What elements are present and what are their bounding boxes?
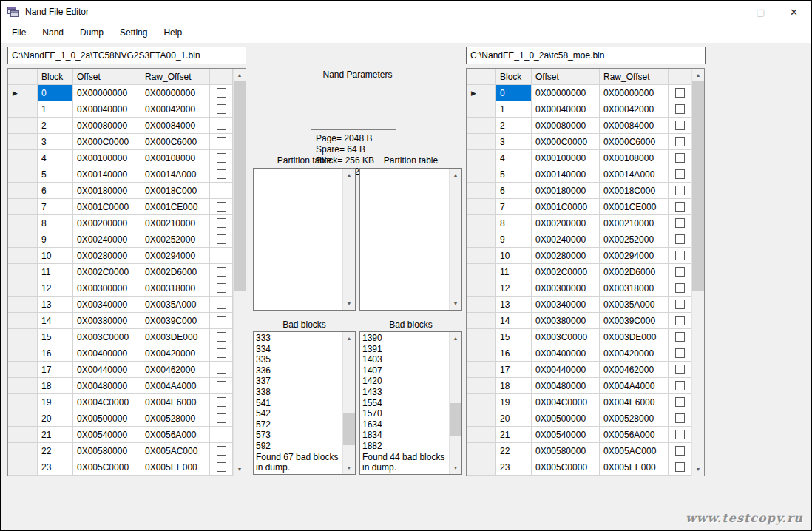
row-header[interactable]	[467, 248, 496, 264]
list-item[interactable]: 334	[254, 344, 342, 355]
cell-offset[interactable]: 0X00240000	[73, 231, 141, 248]
cell-offset[interactable]: 0X00080000	[532, 118, 600, 134]
table-row[interactable]: 40X001000000X00108000	[467, 150, 691, 166]
table-row[interactable]: 190X004C00000X004E6000	[8, 394, 233, 410]
row-checkbox[interactable]	[217, 283, 226, 293]
row-header[interactable]	[467, 166, 496, 183]
row-checkbox[interactable]	[675, 186, 685, 195]
cell-offset[interactable]: 0X00500000	[532, 410, 600, 427]
table-row[interactable]: 50X001400000X0014A000	[467, 166, 691, 183]
cell-block[interactable]: 6	[38, 183, 73, 199]
scroll-up-icon[interactable]: ▲	[234, 69, 246, 81]
table-row[interactable]: 180X004800000X004A4000	[467, 378, 691, 394]
scroll-up-icon[interactable]: ▲	[692, 69, 704, 81]
row-checkbox[interactable]	[217, 137, 226, 146]
table-row[interactable]: 180X004800000X004A4000	[8, 378, 233, 394]
row-header[interactable]	[8, 280, 38, 297]
cell-raw-offset[interactable]: 0X00042000	[600, 101, 669, 118]
row-header[interactable]	[8, 264, 38, 280]
cell-raw-offset[interactable]: 0X000C6000	[600, 134, 669, 150]
scrollbar-track[interactable]	[343, 181, 355, 297]
row-header[interactable]	[467, 280, 496, 297]
partition-table-left-listbox[interactable]: ▲ ▼	[253, 168, 356, 311]
listbox-scrollbar[interactable]: ▲ ▼	[449, 169, 461, 310]
row-header[interactable]	[467, 427, 496, 443]
cell-offset[interactable]: 0X00340000	[73, 297, 141, 313]
list-item[interactable]: 336	[254, 365, 342, 376]
cell-block[interactable]: 15	[38, 329, 73, 345]
list-item[interactable]: 1433	[360, 387, 449, 398]
table-row[interactable]: 70X001C00000X001CE000	[8, 199, 233, 215]
column-header-offset[interactable]: Offset	[73, 69, 141, 85]
scrollbar-thumb[interactable]	[450, 403, 461, 436]
cell-block[interactable]: 23	[38, 459, 73, 476]
column-header-offset[interactable]: Offset	[532, 69, 600, 85]
cell-offset[interactable]: 0X001C0000	[532, 199, 600, 215]
cell-raw-offset[interactable]: 0X00294000	[141, 248, 210, 264]
cell-block[interactable]: 8	[496, 215, 532, 231]
cell-raw-offset[interactable]: 0X0018C000	[600, 183, 669, 199]
list-item[interactable]: 592	[254, 441, 342, 452]
row-checkbox[interactable]	[217, 316, 226, 325]
cell-offset[interactable]: 0X00140000	[73, 166, 141, 183]
cell-raw-offset[interactable]: 0X00252000	[141, 231, 210, 248]
row-checkbox[interactable]	[217, 169, 226, 179]
cell-raw-offset[interactable]: 0X005AC000	[600, 443, 669, 459]
cell-raw-offset[interactable]: 0X00042000	[141, 101, 210, 118]
row-header[interactable]	[8, 443, 38, 459]
cell-raw-offset[interactable]: 0X00420000	[600, 345, 669, 362]
row-checkbox[interactable]	[217, 202, 226, 212]
cell-raw-offset[interactable]: 0X003DE000	[141, 329, 210, 345]
row-header[interactable]: ▶	[8, 85, 38, 101]
cell-block[interactable]: 1	[38, 101, 73, 118]
list-item[interactable]: 1403	[360, 354, 449, 365]
cell-offset[interactable]: 0X00080000	[73, 118, 141, 134]
cell-block[interactable]: 14	[38, 313, 73, 329]
list-item[interactable]: 572	[254, 419, 342, 430]
row-header[interactable]	[8, 248, 38, 264]
table-row[interactable]: 210X005400000X0056A000	[467, 427, 691, 443]
row-header[interactable]	[467, 313, 496, 329]
row-checkbox[interactable]	[675, 137, 685, 146]
list-item[interactable]: 335	[254, 354, 342, 365]
row-header[interactable]	[8, 297, 38, 313]
table-row[interactable]: 210X005400000X0056A000	[8, 427, 233, 443]
row-header[interactable]	[467, 231, 496, 248]
row-checkbox[interactable]	[675, 381, 685, 390]
menu-file[interactable]: File	[4, 23, 34, 42]
column-header-raw-offset[interactable]: Raw_Offset	[141, 69, 210, 85]
cell-block[interactable]: 4	[38, 150, 73, 166]
cell-offset[interactable]: 0X00240000	[532, 231, 600, 248]
row-header[interactable]	[8, 313, 38, 329]
cell-offset[interactable]: 0X00380000	[73, 313, 141, 329]
table-row[interactable]: 190X004C00000X004E6000	[467, 394, 691, 410]
table-row[interactable]: 80X002000000X00210000	[8, 215, 233, 231]
cell-raw-offset[interactable]: 0X00318000	[141, 280, 210, 297]
row-checkbox[interactable]	[675, 316, 685, 325]
row-checkbox[interactable]	[217, 332, 226, 342]
row-checkbox[interactable]	[675, 332, 685, 342]
cell-offset[interactable]: 0X004C0000	[532, 394, 600, 410]
row-header[interactable]	[467, 183, 496, 199]
listbox-scrollbar[interactable]: ▲ ▼	[342, 169, 355, 310]
row-checkbox[interactable]	[675, 446, 685, 456]
cell-block[interactable]: 14	[496, 313, 532, 329]
row-checkbox[interactable]	[217, 413, 226, 423]
cell-raw-offset[interactable]: 0X002D6000	[141, 264, 210, 280]
table-row[interactable]: 30X000C00000X000C6000	[467, 134, 691, 150]
list-item[interactable]: Found 44 bad blocks in dump.	[360, 452, 449, 473]
row-checkbox[interactable]	[217, 462, 226, 472]
cell-block[interactable]: 9	[38, 231, 73, 248]
cell-raw-offset[interactable]: 0X0056A000	[141, 427, 210, 443]
row-header[interactable]	[467, 329, 496, 345]
row-header[interactable]	[467, 101, 496, 118]
cell-raw-offset[interactable]: 0X0018C000	[141, 183, 210, 199]
scrollbar-track[interactable]	[234, 81, 246, 463]
row-header[interactable]	[467, 394, 496, 410]
row-checkbox[interactable]	[217, 186, 226, 195]
table-row[interactable]: 50X001400000X0014A000	[8, 166, 233, 183]
table-row[interactable]: 30X000C00000X000C6000	[8, 134, 233, 150]
cell-block[interactable]: 13	[38, 297, 73, 313]
table-row[interactable]: 200X005000000X00528000	[467, 410, 691, 427]
list-item[interactable]: 1391	[360, 344, 449, 355]
